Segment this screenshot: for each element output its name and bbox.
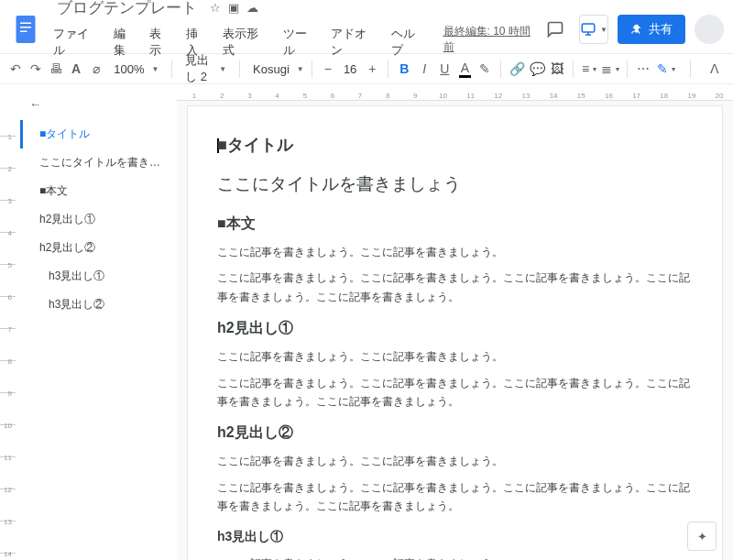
print-icon[interactable]: 🖶 (48, 58, 64, 80)
doc-heading-h2-1: h2見出し① (217, 319, 693, 338)
last-edit-link[interactable]: 最終編集: 10 時間前 (443, 24, 542, 60)
svg-rect-0 (16, 16, 36, 43)
doc-paragraph: ここに記事を書きましょう。ここに記事を書きましょう。 (217, 243, 693, 261)
horizontal-ruler: 1234567891011121314151617181920 (177, 84, 733, 101)
doc-heading-h3-1: h3見出し① (217, 529, 693, 545)
docs-logo-icon[interactable] (9, 13, 42, 46)
outline-item[interactable]: ■本文 (20, 177, 170, 205)
outline-item[interactable]: h3見出し② (20, 291, 170, 319)
account-avatar[interactable] (695, 15, 724, 44)
document-page[interactable]: ■タイトル ここにタイトルを書きましょう ■本文 ここに記事を書きましょう。ここ… (188, 106, 722, 560)
italic-icon[interactable]: I (416, 58, 432, 80)
svg-rect-4 (582, 24, 595, 32)
doc-paragraph: ここに記事を書きましょう。ここに記事を書きましょう。 (217, 555, 693, 560)
outline-item[interactable]: ここにタイトルを書きましょう (20, 148, 170, 177)
underline-icon[interactable]: U (436, 58, 453, 80)
undo-icon[interactable]: ↶ (7, 58, 24, 80)
editing-mode-icon[interactable]: ✎▾ (655, 58, 677, 80)
bold-icon[interactable]: B (396, 58, 412, 80)
outline-item[interactable]: h3見出し① (20, 262, 170, 291)
zoom-select[interactable]: 100%▼ (108, 58, 164, 80)
highlight-color-icon[interactable]: ✎ (476, 58, 493, 80)
svg-rect-2 (20, 27, 31, 28)
spellcheck-icon[interactable]: A (68, 58, 84, 80)
add-comment-icon[interactable]: 💬 (529, 58, 545, 80)
line-spacing-icon[interactable]: ≣▾ (601, 58, 619, 80)
menu-format[interactable]: 表示形式 (221, 24, 272, 60)
outline-item[interactable]: h2見出し② (20, 234, 170, 262)
doc-paragraph: ここに記事を書きましょう。ここに記事を書きましょう。ここに記事を書きましょう。こ… (217, 374, 693, 412)
menu-edit[interactable]: 編集 (112, 24, 139, 60)
title-bar: ブログテンプレート ☆ ▣ ☁ ファイル 編集 表示 挿入 表示形式 ツール ア… (0, 0, 733, 53)
doc-heading-body: ■本文 (217, 214, 693, 234)
document-title[interactable]: ブログテンプレート (51, 0, 202, 20)
outline-collapse-icon[interactable]: ← (20, 93, 170, 120)
align-icon[interactable]: ≡▾ (581, 58, 597, 80)
menu-tools[interactable]: ツール (281, 24, 321, 60)
share-button-label: 共有 (649, 21, 673, 38)
explore-button[interactable]: ✦ (687, 522, 717, 551)
outline-item[interactable]: ■タイトル (20, 120, 170, 148)
toolbar: ↶ ↷ 🖶 A ⌀ 100%▼ 見出し 2▼ Kosugi▼ − 16 + B … (0, 53, 733, 84)
menu-help[interactable]: ヘルプ (389, 24, 429, 60)
cloud-status-icon[interactable]: ☁ (246, 1, 258, 15)
vertical-ruler: 12345678910111213141516 (0, 84, 16, 560)
outline-item[interactable]: h2見出し① (20, 205, 170, 234)
svg-rect-3 (20, 31, 27, 33)
paint-format-icon[interactable]: ⌀ (88, 58, 104, 80)
doc-heading-1: ■タイトル (217, 134, 693, 156)
collapse-toolbar-icon[interactable]: ᐱ (704, 58, 726, 80)
doc-paragraph: ここに記事を書きましょう。ここに記事を書きましょう。 (217, 452, 693, 470)
text-color-icon[interactable]: A (456, 58, 473, 80)
font-size-decrease[interactable]: − (320, 58, 336, 80)
redo-icon[interactable]: ↷ (27, 58, 44, 80)
font-size-increase[interactable]: + (364, 58, 380, 80)
paragraph-style-select[interactable]: 見出し 2▼ (180, 58, 232, 80)
doc-heading-h2-2: h2見出し② (217, 423, 693, 443)
menu-addons[interactable]: アドオン (329, 24, 380, 60)
insert-image-icon[interactable]: 🖼 (549, 58, 565, 80)
move-icon[interactable]: ▣ (228, 1, 239, 15)
star-icon[interactable]: ☆ (210, 1, 221, 15)
doc-paragraph: ここに記事を書きましょう。ここに記事を書きましょう。 (217, 347, 693, 366)
svg-rect-1 (20, 23, 31, 25)
doc-paragraph: ここに記事を書きましょう。ここに記事を書きましょう。ここに記事を書きましょう。こ… (217, 478, 693, 516)
present-icon[interactable]: ▼ (579, 15, 608, 44)
more-icon[interactable]: ⋯ (635, 58, 651, 80)
menu-file[interactable]: ファイル (51, 24, 103, 60)
doc-paragraph: ここに記事を書きましょう。ここに記事を書きましょう。ここに記事を書きましょう。こ… (217, 269, 693, 306)
doc-title-placeholder: ここにタイトルを書きましょう (217, 172, 693, 196)
insert-link-icon[interactable]: 🔗 (509, 58, 525, 80)
outline-panel: ← ■タイトルここにタイトルを書きましょう■本文h2見出し①h2見出し②h3見出… (16, 84, 177, 560)
menu-view[interactable]: 表示 (148, 24, 175, 60)
share-button[interactable]: 共有 (618, 15, 685, 44)
font-size-input[interactable]: 16 (340, 62, 361, 76)
comments-history-icon[interactable] (541, 15, 570, 44)
font-select[interactable]: Kosugi▼ (247, 58, 304, 80)
